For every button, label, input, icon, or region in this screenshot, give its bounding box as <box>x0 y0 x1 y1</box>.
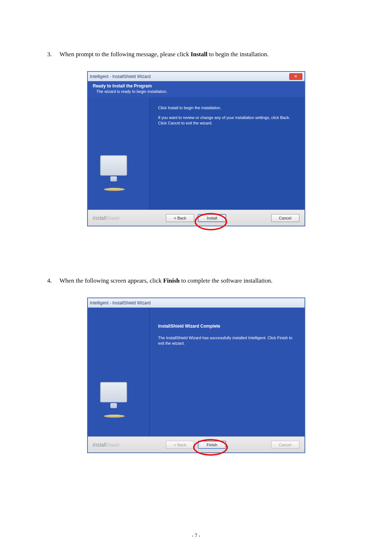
side-graphic <box>88 308 150 436</box>
computer-icon <box>100 382 127 402</box>
content-line-2: If you want to review or change any of y… <box>158 115 296 126</box>
complete-body: The InstallShield Wizard has successfull… <box>158 335 296 346</box>
step3-after: to begin the installation. <box>209 51 269 58</box>
content-panel: InstallShield Wizard Complete The Instal… <box>150 308 305 436</box>
banner-subtitle: The wizard is ready to begin installatio… <box>97 89 299 94</box>
banner: Ready to Install the Program The wizard … <box>88 81 305 97</box>
step-3: 3. When prompt to the following message,… <box>47 51 345 58</box>
computer-icon <box>100 155 127 176</box>
dialog-footer: InstallShield < Back Finish Cancel <box>88 436 305 452</box>
content-panel: Click Install to begin the installation.… <box>150 97 305 210</box>
step3-before: When prompt to the following message, pl… <box>60 51 191 58</box>
step-3-text: When prompt to the following message, pl… <box>60 51 345 58</box>
banner-title: Ready to Install the Program <box>93 83 299 89</box>
brand: InstallShield <box>93 215 119 221</box>
titlebar: Intelligent - InstallShield Wizard <box>88 298 305 308</box>
step-4-text: When the following screen appears, click… <box>60 277 345 284</box>
step3-bold: Install <box>191 51 207 58</box>
side-graphic <box>88 97 150 210</box>
brand: InstallShield <box>93 442 119 448</box>
back-button: < Back <box>166 441 194 449</box>
titlebar: Intelligent - InstallShield Wizard ✕ <box>88 72 305 81</box>
step-num-3: 3. <box>47 51 60 58</box>
install-button[interactable]: Install <box>198 214 226 222</box>
window-title: Intelligent - InstallShield Wizard <box>90 300 302 305</box>
step-4: 4. When the following screen appears, cl… <box>47 277 345 284</box>
page-number: - 7 - <box>0 533 392 539</box>
back-button[interactable]: < Back <box>166 214 194 222</box>
step4-before: When the following screen appears, click <box>60 277 163 284</box>
complete-heading: InstallShield Wizard Complete <box>158 324 296 329</box>
step4-after: to complete the software installation. <box>181 277 273 284</box>
installer-dialog-ready: Intelligent - InstallShield Wizard ✕ Rea… <box>87 71 305 226</box>
installer-dialog-complete: Intelligent - InstallShield Wizard Insta… <box>87 297 305 453</box>
cancel-button[interactable]: Cancel <box>271 214 299 222</box>
dialog-footer: InstallShield < Back Install Cancel <box>88 210 305 226</box>
step4-bold: Finish <box>163 277 180 284</box>
step-num-4: 4. <box>47 277 60 284</box>
finish-button[interactable]: Finish <box>198 441 226 449</box>
cancel-button: Cancel <box>271 441 299 449</box>
close-icon[interactable]: ✕ <box>289 73 302 80</box>
window-title: Intelligent - InstallShield Wizard <box>90 74 289 79</box>
content-line-1: Click Install to begin the installation. <box>158 105 296 111</box>
